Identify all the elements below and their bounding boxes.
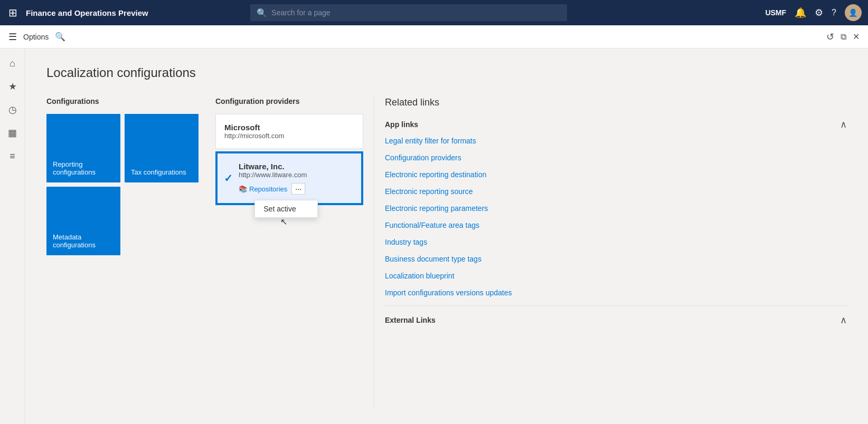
second-navbar: ☰ Options 🔍 ↺ ⧉ ✕ <box>0 25 868 49</box>
link-import-configurations[interactable]: Import configurations versions updates <box>385 288 847 297</box>
second-nav-right: ↺ ⧉ ✕ <box>826 31 860 43</box>
app-title: Finance and Operations Preview <box>26 8 148 17</box>
options-label: Options <box>23 33 49 41</box>
sidebar-item-recent[interactable]: ◷ <box>2 99 23 120</box>
provider-item-microsoft[interactable]: Microsoft http://microsoft.com <box>216 114 363 149</box>
reporting-configurations-tile[interactable]: Reporting configurations <box>46 114 120 182</box>
set-active-menu-item[interactable]: Set active <box>255 200 317 217</box>
providers-column: Configuration providers Microsoft http:/… <box>215 97 374 407</box>
sidebar-item-home[interactable]: ⌂ <box>2 53 23 74</box>
provider-url-litware: http://www.litware.com <box>239 171 353 179</box>
link-localization-blueprint[interactable]: Localization blueprint <box>385 272 847 280</box>
top-nav-right: USMF 🔔 ⚙ ? 👤 <box>765 4 862 21</box>
provider-litware-content: Litware, Inc. http://www.litware.com <box>239 162 353 179</box>
left-sidebar: ⌂ ★ ◷ ▦ ≡ <box>0 49 25 424</box>
external-links-title: External Links <box>385 316 436 324</box>
link-industry-tags[interactable]: Industry tags <box>385 238 847 246</box>
cursor-icon: ↖ <box>280 217 287 227</box>
page-content: Localization configurations Configuratio… <box>25 49 868 424</box>
top-navbar: ⊞ Finance and Operations Preview 🔍 USMF … <box>0 0 868 25</box>
external-links-collapse-button[interactable]: ∧ <box>840 314 847 326</box>
link-functional-feature-tags[interactable]: Functional/Feature area tags <box>385 221 847 229</box>
configurations-grid: Reporting configurations Tax configurati… <box>46 114 205 255</box>
grid-icon[interactable]: ⊞ <box>6 4 20 21</box>
page-title: Localization configurations <box>46 65 847 80</box>
provider-actions: 📚 Repositories ··· Set active ↖ <box>239 183 353 195</box>
dropdown-popup: Set active ↖ <box>254 200 318 218</box>
bell-icon[interactable]: 🔔 <box>795 7 806 18</box>
provider-name-litware: Litware, Inc. <box>239 162 353 171</box>
search-small-icon[interactable]: 🔍 <box>55 32 65 42</box>
restore-button[interactable]: ⧉ <box>841 32 846 42</box>
provider-url-microsoft: http://microsoft.com <box>224 132 354 140</box>
refresh-button[interactable]: ↺ <box>826 31 834 43</box>
provider-card-microsoft: Microsoft http://microsoft.com <box>215 114 363 149</box>
configurations-section-title: Configurations <box>46 97 205 105</box>
sidebar-item-favorites[interactable]: ★ <box>2 76 23 97</box>
configurations-column: Configurations Reporting configurations … <box>46 97 215 407</box>
link-configuration-providers[interactable]: Configuration providers <box>385 153 847 162</box>
active-check-icon: ✓ <box>224 172 233 185</box>
repositories-button[interactable]: 📚 Repositories <box>239 185 287 193</box>
sidebar-item-workspaces[interactable]: ▦ <box>2 122 23 143</box>
repositories-label: Repositories <box>249 185 287 193</box>
provider-name-microsoft: Microsoft <box>224 123 354 132</box>
link-legal-entity-filter[interactable]: Legal entity filter for formats <box>385 137 847 145</box>
link-electronic-reporting-parameters[interactable]: Electronic reporting parameters <box>385 204 847 213</box>
help-icon[interactable]: ? <box>832 8 836 17</box>
close-button[interactable]: ✕ <box>853 32 860 42</box>
providers-section-title: Configuration providers <box>215 97 363 105</box>
app-links-title: App links <box>385 120 418 129</box>
main-content: ⌂ ★ ◷ ▦ ≡ Localization configurations Co… <box>0 49 868 424</box>
related-links-column: Related links App links ∧ Legal entity f… <box>374 97 847 407</box>
metadata-configurations-tile[interactable]: Metadata configurations <box>46 187 120 255</box>
app-links-header: App links ∧ <box>385 119 847 130</box>
search-icon: 🔍 <box>257 8 267 18</box>
tax-configurations-tile[interactable]: Tax configurations <box>125 114 199 182</box>
link-business-document-type-tags[interactable]: Business document type tags <box>385 255 847 263</box>
three-column-layout: Configurations Reporting configurations … <box>46 97 847 407</box>
related-links-title: Related links <box>385 97 847 108</box>
gear-icon[interactable]: ⚙ <box>815 7 823 18</box>
more-button[interactable]: ··· <box>291 183 305 195</box>
search-bar[interactable]: 🔍 <box>250 4 567 21</box>
company-label: USMF <box>765 8 786 17</box>
link-electronic-reporting-source[interactable]: Electronic reporting source <box>385 187 847 196</box>
avatar[interactable]: 👤 <box>845 4 862 21</box>
external-links-header: External Links ∧ <box>385 314 847 326</box>
provider-item-litware[interactable]: ✓ Litware, Inc. http://www.litware.com 📚… <box>216 152 362 204</box>
sidebar-item-modules[interactable]: ≡ <box>2 146 23 167</box>
repositories-icon: 📚 <box>239 185 247 193</box>
more-menu-container: ··· Set active ↖ <box>291 183 305 195</box>
divider <box>385 305 847 306</box>
app-links-collapse-button[interactable]: ∧ <box>840 119 847 130</box>
link-electronic-reporting-destination[interactable]: Electronic reporting destination <box>385 170 847 179</box>
provider-card-litware: ✓ Litware, Inc. http://www.litware.com 📚… <box>215 151 363 205</box>
hamburger-icon[interactable]: ☰ <box>8 31 17 43</box>
search-input[interactable] <box>271 8 561 17</box>
